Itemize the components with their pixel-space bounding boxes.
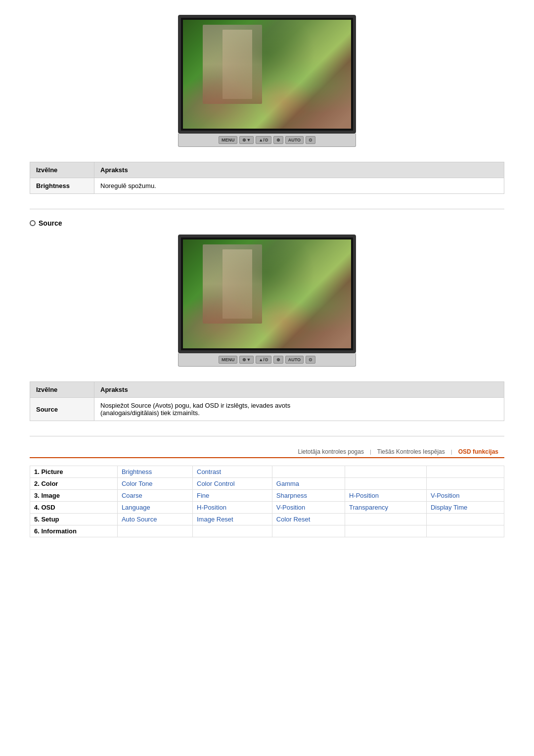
source-circle-icon bbox=[30, 220, 36, 226]
link-osd-vpos[interactable]: V-Position bbox=[276, 504, 306, 511]
link-gamma[interactable]: Gamma bbox=[276, 480, 299, 487]
link-osd-hpos[interactable]: H-Position bbox=[197, 504, 226, 511]
table2-header-row: Izvēlne Apraksts bbox=[30, 382, 504, 398]
ctrl-brightness-2[interactable]: ▲/⊙ bbox=[256, 356, 271, 364]
grid-cell-brightness[interactable]: Brightness bbox=[117, 466, 192, 478]
monitor1-controls: MENU ⊕▼ ▲/⊙ ⊕ AUTO ⊙ bbox=[178, 134, 356, 147]
grid-cell-color-5 bbox=[426, 478, 504, 490]
grid-cell-pic-5 bbox=[426, 466, 504, 478]
link-colorcontrol[interactable]: Color Control bbox=[197, 480, 235, 487]
ctrl-menu-2[interactable]: MENU bbox=[219, 356, 238, 364]
monitor2-screen bbox=[183, 239, 351, 348]
page-container: MENU ⊕▼ ▲/⊙ ⊕ AUTO ⊙ Izvēlne Apraksts Br… bbox=[0, 0, 534, 552]
tab-lietotaja[interactable]: Lietotāja kontroles pogas bbox=[292, 446, 370, 457]
ctrl-power-2[interactable]: ⊙ bbox=[306, 356, 315, 364]
grid-cell-osd-vpos[interactable]: V-Position bbox=[272, 502, 345, 514]
link-imagereset[interactable]: Image Reset bbox=[197, 516, 233, 523]
ctrl-menu-1[interactable]: MENU bbox=[219, 136, 238, 144]
link-displaytime[interactable]: Display Time bbox=[431, 504, 467, 511]
ctrl-auto-1[interactable]: AUTO bbox=[285, 136, 304, 144]
monitor2-wrapper: MENU ⊕▼ ▲/⊙ ⊕ AUTO ⊙ bbox=[30, 235, 504, 367]
grid-cell-displaytime[interactable]: Display Time bbox=[426, 502, 504, 514]
ctrl-src-1[interactable]: ⊕▼ bbox=[239, 136, 254, 144]
grid-cell-color-4 bbox=[345, 478, 426, 490]
nav-tabs: Lietotāja kontroles pogas | Tiešās Kontr… bbox=[30, 446, 504, 458]
ctrl-extra-1[interactable]: ⊕ bbox=[273, 136, 283, 144]
garden-overlay-1 bbox=[183, 20, 351, 129]
link-colorreset[interactable]: Color Reset bbox=[276, 516, 311, 523]
grid-cell-pic-3 bbox=[272, 466, 345, 478]
grid-label-color: 2. Color bbox=[30, 478, 118, 490]
grid-cell-info-3 bbox=[272, 525, 345, 537]
grid-cell-pic-4 bbox=[345, 466, 426, 478]
link-coarse[interactable]: Coarse bbox=[122, 492, 142, 499]
link-contrast[interactable]: Contrast bbox=[197, 468, 221, 475]
grid-cell-hposition[interactable]: H-Position bbox=[345, 490, 426, 502]
grid-label-setup: 5. Setup bbox=[30, 514, 118, 525]
link-colortone[interactable]: Color Tone bbox=[122, 480, 153, 487]
divider-1 bbox=[30, 209, 504, 209]
source-section: Source MENU ⊕▼ ▲/⊙ ⊕ AUTO ⊙ bbox=[30, 219, 504, 367]
grid-cell-language[interactable]: Language bbox=[117, 502, 192, 514]
link-brightness[interactable]: Brightness bbox=[122, 468, 152, 475]
monitor1-frame bbox=[178, 15, 356, 134]
grid-cell-autosource[interactable]: Auto Source bbox=[117, 514, 192, 525]
source-heading: Source bbox=[30, 219, 504, 227]
monitor1-wrapper: MENU ⊕▼ ▲/⊙ ⊕ AUTO ⊙ bbox=[30, 15, 504, 147]
grid-row-osd: 4. OSD Language H-Position V-Position Tr… bbox=[30, 502, 504, 514]
link-language[interactable]: Language bbox=[122, 504, 150, 511]
grid-cell-imagereset[interactable]: Image Reset bbox=[193, 514, 272, 525]
table1-cell-desc: Noregulē spožumu. bbox=[94, 178, 504, 194]
link-autosource[interactable]: Auto Source bbox=[122, 516, 157, 523]
grid-cell-vposition[interactable]: V-Position bbox=[426, 490, 504, 502]
tab-osd[interactable]: OSD funkcijas bbox=[452, 446, 504, 457]
ctrl-brightness-1[interactable]: ▲/⊙ bbox=[256, 136, 271, 144]
table2-cell-label: Source bbox=[30, 398, 94, 421]
grid-cell-gamma[interactable]: Gamma bbox=[272, 478, 345, 490]
table1-cell-label: Brightness bbox=[30, 178, 94, 194]
divider-2 bbox=[30, 436, 504, 436]
grid-cell-setup-5 bbox=[426, 514, 504, 525]
link-sharpness[interactable]: Sharpness bbox=[276, 492, 307, 499]
grid-cell-sharpness[interactable]: Sharpness bbox=[272, 490, 345, 502]
source-heading-text: Source bbox=[39, 219, 62, 227]
grid-cell-setup-4 bbox=[345, 514, 426, 525]
link-vposition-img[interactable]: V-Position bbox=[431, 492, 460, 499]
table1-col-apraksts: Apraksts bbox=[94, 162, 504, 178]
table2-row-source: Source Nospiežot Source (Avots) pogu, ka… bbox=[30, 398, 504, 421]
grid-label-picture: 1. Picture bbox=[30, 466, 118, 478]
ctrl-extra-2[interactable]: ⊕ bbox=[273, 356, 283, 364]
grid-row-color: 2. Color Color Tone Color Control Gamma bbox=[30, 478, 504, 490]
grid-cell-fine[interactable]: Fine bbox=[193, 490, 272, 502]
grid-cell-info-4 bbox=[345, 525, 426, 537]
table2-col-izvēlne: Izvēlne bbox=[30, 382, 94, 398]
grid-row-information: 6. Information bbox=[30, 525, 504, 537]
grid-cell-contrast[interactable]: Contrast bbox=[193, 466, 272, 478]
table2-col-apraksts: Apraksts bbox=[94, 382, 504, 398]
grid-cell-info-5 bbox=[426, 525, 504, 537]
table2-cell-desc: Nospiežot Source (Avots) pogu, kad OSD i… bbox=[94, 398, 504, 421]
grid-cell-colorcontrol[interactable]: Color Control bbox=[193, 478, 272, 490]
table1-row-brightness: Brightness Noregulē spožumu. bbox=[30, 178, 504, 194]
source-table: Izvēlne Apraksts Source Nospiežot Source… bbox=[30, 381, 504, 421]
grid-cell-colortone[interactable]: Color Tone bbox=[117, 478, 192, 490]
garden-overlay-2 bbox=[183, 239, 351, 348]
tab-tieshas[interactable]: Tiešās Kontroles Iespējas bbox=[371, 446, 451, 457]
ctrl-src-2[interactable]: ⊕▼ bbox=[239, 356, 254, 364]
grid-row-setup: 5. Setup Auto Source Image Reset Color R… bbox=[30, 514, 504, 525]
grid-label-image: 3. Image bbox=[30, 490, 118, 502]
link-transparency[interactable]: Transparency bbox=[349, 504, 388, 511]
monitor2-frame bbox=[178, 235, 356, 353]
grid-cell-transparency[interactable]: Transparency bbox=[345, 502, 426, 514]
table1-header-row: Izvēlne Apraksts bbox=[30, 162, 504, 178]
grid-label-information: 6. Information bbox=[30, 525, 118, 537]
grid-cell-info-2 bbox=[193, 525, 272, 537]
grid-cell-colorreset[interactable]: Color Reset bbox=[272, 514, 345, 525]
link-fine[interactable]: Fine bbox=[197, 492, 209, 499]
ctrl-power-1[interactable]: ⊙ bbox=[306, 136, 315, 144]
grid-cell-coarse[interactable]: Coarse bbox=[117, 490, 192, 502]
grid-cell-osd-hpos[interactable]: H-Position bbox=[193, 502, 272, 514]
grid-label-osd: 4. OSD bbox=[30, 502, 118, 514]
ctrl-auto-2[interactable]: AUTO bbox=[285, 356, 304, 364]
link-hposition-img[interactable]: H-Position bbox=[349, 492, 379, 499]
